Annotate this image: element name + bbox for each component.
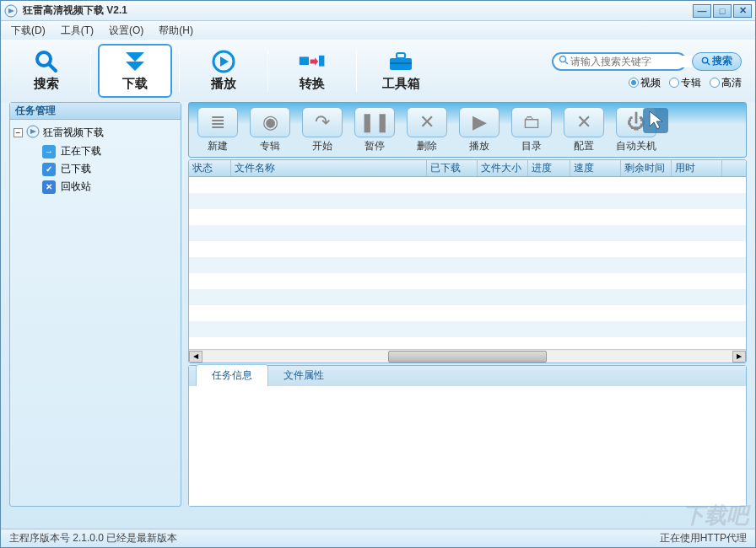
delete-icon: ✕ [407, 107, 447, 137]
table-body [189, 177, 746, 349]
tab-file-props[interactable]: 文件属性 [268, 365, 339, 386]
nav-search[interactable]: 搜索 [9, 44, 84, 98]
tree-recycle[interactable]: ✕ 回收站 [42, 178, 177, 196]
tool-config[interactable]: ✕配置 [560, 107, 608, 153]
tab-task-info[interactable]: 任务信息 [196, 364, 268, 386]
menu-download[interactable]: 下载(D) [11, 24, 46, 38]
menu-settings[interactable]: 设置(O) [109, 24, 143, 38]
column-header[interactable]: 状态 [189, 160, 231, 176]
search-button-label: 搜索 [712, 54, 732, 68]
window-controls: — □ ✕ [693, 4, 752, 18]
search-input-wrap[interactable]: ▾ [552, 52, 687, 71]
column-header[interactable]: 速度 [570, 160, 621, 176]
nav-label: 搜索 [34, 76, 59, 92]
convert-icon [299, 51, 326, 73]
tool-shutdown[interactable]: ⏻自动关机 [613, 107, 660, 153]
sidebar-header: 任务管理 [10, 103, 181, 120]
radio-album[interactable]: 专辑 [669, 76, 701, 90]
table-row[interactable] [189, 177, 746, 193]
tree: − 狂雷视频下载 → 正在下载 ✓ 已下载 ✕ 回收站 [10, 120, 181, 199]
svg-line-12 [707, 62, 710, 65]
table-row[interactable] [189, 289, 746, 305]
nav-label: 播放 [211, 76, 236, 92]
tool-play[interactable]: ▶播放 [456, 107, 503, 153]
task-table: 状态文件名称已下载文件大小进度速度剩余时间用时 ◀ ▶ [188, 159, 747, 363]
svg-rect-7 [397, 53, 405, 58]
album-icon: ◉ [250, 107, 290, 137]
minimize-button[interactable]: — [693, 4, 711, 18]
play2-icon: ▶ [459, 107, 500, 137]
column-header[interactable]: 已下载 [427, 160, 478, 176]
search-area: ▾ 搜索 视频 专辑 高清 [552, 52, 742, 90]
table-row[interactable] [189, 337, 746, 349]
table-row[interactable] [189, 257, 746, 273]
search-radio-group: 视频 专辑 高清 [629, 76, 742, 90]
power-icon: ⏻ [616, 107, 656, 137]
download-icon [122, 51, 148, 73]
maximize-button[interactable]: □ [713, 4, 732, 18]
table-row[interactable] [189, 193, 746, 209]
svg-rect-8 [390, 62, 412, 64]
scroll-left-icon[interactable]: ◀ [189, 351, 202, 363]
table-row[interactable] [189, 225, 746, 241]
table-row[interactable] [189, 209, 746, 225]
column-header[interactable]: 剩余时间 [621, 160, 672, 176]
app-mini-icon [26, 125, 40, 141]
column-header[interactable]: 文件名称 [231, 160, 427, 176]
h-scrollbar[interactable]: ◀ ▶ [189, 349, 746, 363]
nav-play[interactable]: 播放 [186, 44, 261, 98]
tool-pause[interactable]: ❚❚暂停 [351, 107, 398, 153]
scroll-thumb[interactable] [388, 351, 547, 363]
toolbox-icon [387, 51, 414, 73]
column-header[interactable]: 进度 [528, 160, 570, 176]
tool-new[interactable]: ≣新建 [194, 107, 241, 153]
tool-start[interactable]: ↷开始 [299, 107, 346, 153]
main-nav: 搜索 下载 播放 转换 工具箱 ▾ [1, 40, 755, 102]
body-area: 任务管理 − 狂雷视频下载 → 正在下载 ✓ 已下载 [1, 102, 755, 507]
start-icon: ↷ [302, 107, 343, 137]
scroll-right-icon[interactable]: ▶ [732, 351, 746, 363]
pause-icon: ❚❚ [354, 107, 395, 137]
table-row[interactable] [189, 305, 746, 321]
table-row[interactable] [189, 241, 746, 257]
column-header[interactable]: 文件大小 [478, 160, 528, 176]
config-icon: ✕ [564, 107, 604, 137]
tree-root[interactable]: − 狂雷视频下载 [14, 123, 177, 142]
nav-separator [267, 50, 268, 92]
tool-delete[interactable]: ✕删除 [403, 107, 451, 153]
table-row[interactable] [189, 273, 746, 289]
tab-row: 任务信息 文件属性 [189, 366, 746, 386]
tree-downloaded[interactable]: ✓ 已下载 [42, 160, 177, 178]
radio-video[interactable]: 视频 [629, 76, 661, 90]
status-left: 主程序版本号 2.1.0.0 已经是最新版本 [9, 531, 177, 545]
tree-root-label: 狂雷视频下载 [43, 126, 104, 140]
nav-download[interactable]: 下载 [98, 44, 172, 98]
new-icon: ≣ [197, 107, 238, 137]
nav-label: 转换 [300, 76, 325, 92]
search-input[interactable] [570, 56, 697, 67]
radio-hd[interactable]: 高清 [710, 76, 742, 90]
menubar: 下载(D) 工具(T) 设置(O) 帮助(H) [1, 21, 755, 40]
nav-convert[interactable]: 转换 [275, 44, 349, 98]
tool-album[interactable]: ◉专辑 [246, 107, 294, 153]
close-button[interactable]: ✕ [733, 4, 752, 18]
search-button[interactable]: 搜索 [692, 52, 742, 71]
column-header[interactable]: 用时 [672, 160, 722, 176]
nav-separator [90, 50, 91, 92]
menu-tools[interactable]: 工具(T) [61, 24, 94, 38]
folder-icon: 🗀 [511, 107, 552, 137]
menu-help[interactable]: 帮助(H) [159, 24, 193, 38]
tool-folder[interactable]: 🗀目录 [508, 107, 555, 153]
app-window: 狂雷高清视频下载 V2.1 — □ ✕ 下载(D) 工具(T) 设置(O) 帮助… [0, 0, 756, 548]
svg-point-9 [560, 56, 566, 62]
nav-toolbox[interactable]: 工具箱 [364, 44, 438, 98]
app-icon [4, 4, 18, 18]
table-header: 状态文件名称已下载文件大小进度速度剩余时间用时 [189, 160, 746, 177]
window-title: 狂雷高清视频下载 V2.1 [23, 3, 693, 18]
tree-downloading[interactable]: → 正在下载 [42, 142, 177, 160]
tree-collapse-icon[interactable]: − [14, 128, 23, 137]
nav-separator [179, 50, 180, 92]
table-row[interactable] [189, 321, 746, 337]
nav-separator [356, 50, 357, 92]
search-mini-icon [559, 55, 569, 67]
